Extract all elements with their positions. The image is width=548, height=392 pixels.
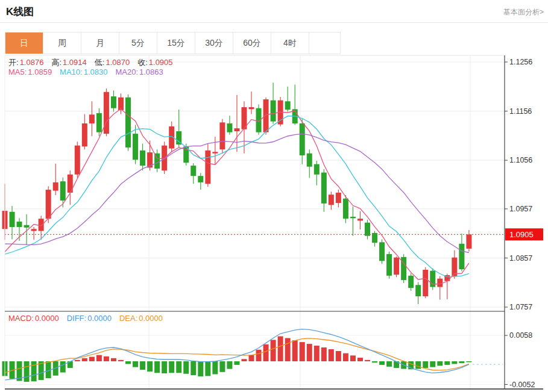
macd-bar (96, 355, 102, 361)
macd-bar (444, 361, 450, 365)
macd-bar (147, 361, 153, 372)
candle-body (249, 107, 254, 109)
candle-body (198, 176, 203, 182)
macd-bar (386, 361, 392, 367)
candle-body (140, 151, 145, 166)
macd-bar (285, 338, 291, 361)
macd-bar (249, 355, 254, 361)
ohlc-legend: 开:1.0876高:1.0914低:1.0870收:1.0905 (8, 57, 181, 68)
candle-body (386, 254, 392, 276)
candle-body (271, 101, 276, 122)
legend-ohlc-item: 低:1.0870 (95, 58, 130, 67)
candle-body (89, 114, 95, 123)
candle-body (96, 113, 102, 132)
candle-body (263, 99, 269, 132)
candle-body (394, 258, 399, 275)
candle-body (336, 193, 341, 203)
candle-body (82, 123, 87, 146)
axis-tick-label: -0.0052 (509, 381, 535, 389)
macd-bar (343, 353, 348, 361)
macd-bar (314, 346, 320, 361)
dea-line (5, 338, 469, 373)
legend-ohlc-item: 开:1.0876 (8, 58, 43, 67)
axis-tick-label: 0.0058 (509, 331, 532, 340)
macd-bar (415, 361, 421, 369)
macd-bar (24, 361, 30, 382)
candle-body (104, 92, 109, 134)
candle-body (321, 173, 327, 204)
candle-body (437, 279, 442, 287)
macd-bar (437, 361, 442, 366)
candle-body (125, 98, 131, 148)
macd-bar (350, 355, 356, 361)
candle-body (53, 182, 58, 191)
candle-body (365, 223, 370, 236)
candle-body (46, 190, 51, 219)
macd-bar (452, 361, 457, 364)
candle-body (466, 234, 471, 249)
macd-bar (212, 361, 218, 374)
candle-body (10, 212, 15, 227)
macd-bar (82, 358, 87, 361)
candle-body (300, 123, 305, 155)
diff-line (5, 329, 469, 381)
gridlines (5, 55, 505, 389)
macd-bar (104, 356, 109, 361)
macd-bar (300, 342, 305, 361)
axis-tick-label: 1.1056 (509, 156, 532, 164)
candle-body (205, 151, 210, 184)
legend-ma-item: MA5:1.0859 (8, 67, 52, 76)
ma-legend: MA5:1.0859MA10:1.0830MA20:1.0863 (8, 67, 171, 76)
macd-bar (292, 340, 298, 361)
candle-body (285, 101, 291, 110)
candle-body (191, 166, 196, 176)
macd-bar (271, 340, 276, 361)
candle-body (17, 222, 22, 227)
macd-bar (198, 361, 203, 376)
overlays-layer: 1.0905 (5, 228, 543, 240)
macd-bar (307, 344, 312, 361)
macd-layer (2, 329, 503, 382)
axis-tick-label: 1.1256 (509, 58, 532, 66)
macd-bar (336, 351, 341, 361)
candle-body (343, 199, 348, 219)
macd-bar (423, 361, 428, 368)
candle-body (24, 225, 30, 228)
macd-bar (241, 359, 247, 361)
macd-bar (60, 361, 66, 373)
axis-tick-label: 1.0957 (509, 205, 532, 213)
macd-bar (379, 361, 385, 365)
macd-bar (234, 361, 239, 365)
candle-body (408, 276, 414, 288)
macd-bar (140, 361, 145, 370)
legend-macd-item: MACD:0.0000 (8, 314, 59, 323)
macd-bar (111, 358, 116, 361)
candle-body (314, 164, 320, 175)
macd-bar (89, 357, 95, 361)
legend-ma-item: MA10:1.0830 (60, 67, 107, 76)
macd-bar (162, 361, 167, 373)
macd-bar (466, 361, 471, 362)
candle-body (329, 194, 334, 205)
candle-body (75, 146, 80, 175)
candle-body (31, 229, 37, 231)
current-price-badge-label: 1.0905 (509, 230, 534, 239)
candles-layer (2, 82, 472, 304)
candle-body (357, 219, 363, 220)
candle-body (219, 122, 225, 149)
candle-body (234, 128, 239, 131)
macd-bar (227, 361, 232, 369)
legend-ohlc-item: 高:1.0914 (51, 58, 86, 67)
candle-body (118, 98, 124, 110)
candle-body (111, 96, 116, 108)
macd-bar (183, 361, 189, 374)
macd-bar (430, 361, 435, 367)
macd-bar (125, 361, 131, 364)
macd-bar (169, 361, 174, 373)
macd-bar (357, 358, 363, 361)
macd-bar (459, 361, 464, 363)
candle-body (379, 242, 385, 261)
legend-ma-item: MA20:1.0863 (115, 67, 163, 76)
legend-macd-item: DEA:0.0000 (119, 314, 163, 323)
macd-bar (278, 336, 283, 361)
